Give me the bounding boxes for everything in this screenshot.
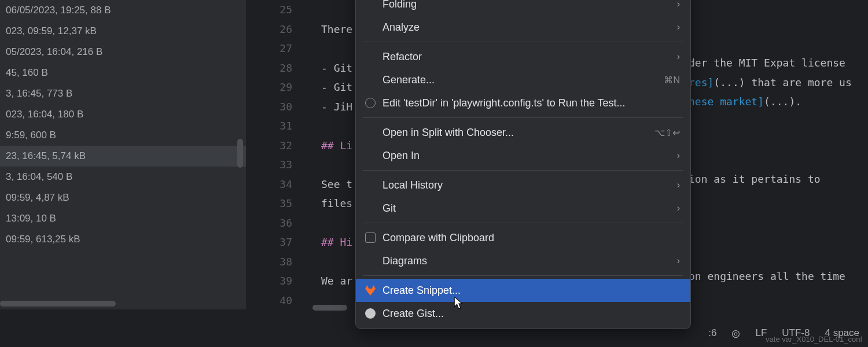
sidebar-scrollbar-horizontal[interactable]: [0, 301, 116, 307]
chevron-right-icon: ›: [677, 22, 680, 32]
file-item[interactable]: 09:59, 4,87 kB: [0, 187, 246, 208]
status-fade-text: vate var_X010_DEL-01_conf: [766, 335, 862, 344]
gear-icon: [364, 97, 377, 109]
menu-separator: [363, 275, 683, 276]
status-position[interactable]: :6: [708, 327, 716, 339]
file-item[interactable]: 9:59, 600 B: [0, 125, 246, 146]
menu-compare-clipboard[interactable]: Compare with Clipboard: [356, 226, 690, 249]
file-item[interactable]: 05/2023, 16:04, 216 B: [0, 42, 246, 62]
status-notifications-icon[interactable]: ◎: [731, 327, 740, 339]
menu-create-snippet[interactable]: Create Snippet...: [356, 279, 690, 302]
chevron-right-icon: ›: [677, 150, 680, 161]
chevron-right-icon: ›: [677, 203, 680, 213]
chevron-right-icon: ›: [677, 51, 680, 62]
chevron-right-icon: ›: [677, 180, 680, 190]
menu-open-in[interactable]: Open In ›: [356, 144, 690, 167]
menu-separator: [363, 170, 683, 171]
menu-analyze[interactable]: Analyze ›: [356, 16, 690, 39]
file-list: 06/05/2023, 19:25, 88 B 023, 09:59, 12,3…: [0, 0, 246, 250]
file-item[interactable]: 023, 16:04, 180 B: [0, 104, 246, 125]
menu-diagrams[interactable]: Diagrams ›: [356, 249, 690, 272]
file-item[interactable]: 45, 160 B: [0, 62, 246, 83]
sidebar-scrollbar-vertical[interactable]: [237, 139, 243, 168]
menu-folding[interactable]: Folding ›: [356, 0, 690, 16]
menu-local-history[interactable]: Local History ›: [356, 174, 690, 197]
menu-separator: [363, 42, 683, 42]
file-item[interactable]: 023, 09:59, 12,37 kB: [0, 21, 246, 42]
github-icon: [364, 307, 377, 320]
line-gutter: 25 26 27 28 29 30 31 32 33 34 35 36 37 3…: [246, 0, 310, 310]
file-sidebar: 06/05/2023, 19:25, 88 B 023, 09:59, 12,3…: [0, 0, 246, 309]
menu-generate[interactable]: Generate... ⌘N: [356, 68, 690, 91]
editor-scrollbar-horizontal[interactable]: [312, 305, 347, 311]
chevron-right-icon: ›: [677, 256, 680, 266]
file-item[interactable]: 13:09, 10 B: [0, 208, 246, 229]
compare-icon: [364, 231, 377, 244]
file-item[interactable]: 3, 16:45, 773 B: [0, 83, 246, 104]
file-item[interactable]: 06/05/2023, 19:25, 88 B: [0, 0, 246, 21]
chevron-right-icon: ›: [677, 0, 680, 9]
context-menu: Folding › Analyze › Refactor › Generate.…: [355, 0, 691, 329]
file-item[interactable]: 09:59, 613,25 kB: [0, 229, 246, 250]
menu-refactor[interactable]: Refactor ›: [356, 45, 690, 68]
menu-separator: [363, 117, 683, 118]
menu-edit-testdir[interactable]: Edit 'testDir' in 'playwright.config.ts'…: [356, 91, 690, 115]
file-item-selected[interactable]: 23, 16:45, 5,74 kB: [0, 146, 246, 167]
file-item[interactable]: 3, 16:04, 540 B: [0, 167, 246, 187]
menu-open-split-chooser[interactable]: Open in Split with Chooser... ⌥⇧↩: [356, 121, 690, 144]
menu-separator: [363, 223, 683, 223]
menu-create-gist[interactable]: Create Gist...: [356, 302, 690, 325]
menu-git[interactable]: Git ›: [356, 197, 690, 220]
shortcut-label: ⌘N: [664, 75, 680, 86]
gitlab-icon: [364, 284, 377, 297]
right-editor-pane[interactable]: der the MIT Expat license res](...) that…: [689, 53, 868, 286]
shortcut-label: ⌥⇧↩: [654, 127, 680, 138]
